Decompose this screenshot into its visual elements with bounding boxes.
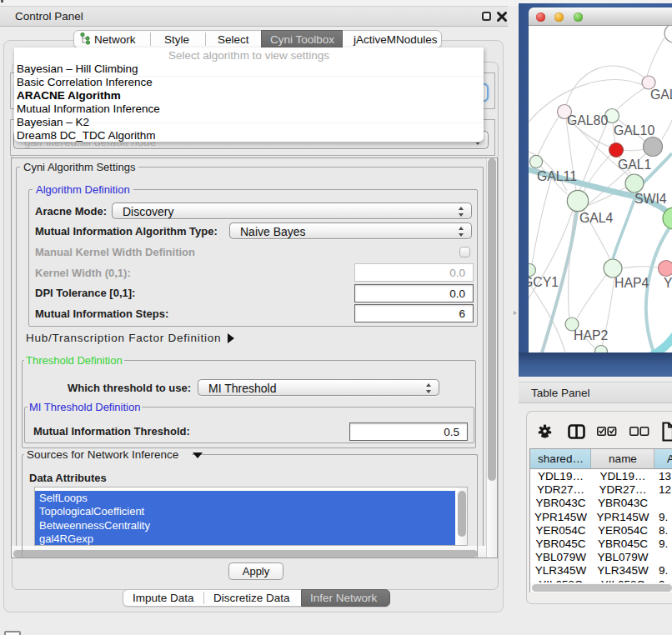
svg-text:GCY1: GCY1	[529, 275, 559, 289]
svg-text:GAL11: GAL11	[537, 169, 577, 183]
svg-text:GAL10: GAL10	[614, 123, 654, 138]
svg-text:HAP4: HAP4	[614, 276, 649, 290]
svg-text:GAL1: GAL1	[618, 158, 652, 172]
svg-text:YE: YE	[664, 276, 672, 290]
svg-text:GAL80: GAL80	[567, 113, 608, 128]
svg-text:GAL4: GAL4	[579, 211, 614, 225]
svg-text:SWI4: SWI4	[634, 192, 667, 206]
svg-text:HAP2: HAP2	[574, 328, 608, 342]
svg-text:GAL2: GAL2	[650, 88, 672, 102]
